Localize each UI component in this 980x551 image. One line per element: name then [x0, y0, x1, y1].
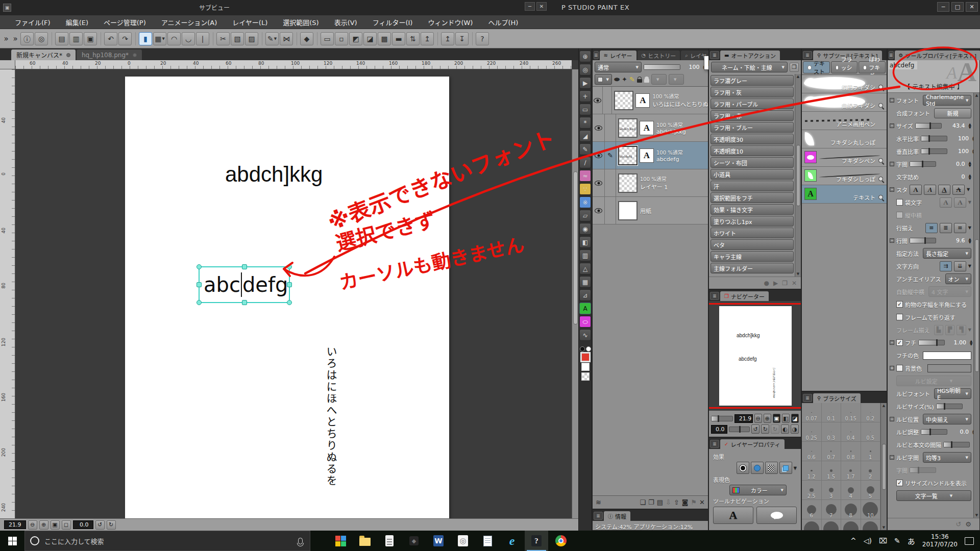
layer-visibility-cell[interactable]	[593, 114, 605, 141]
subtool-曲線フキダシ[interactable]: 曲線フキダシ	[802, 93, 887, 112]
ime-mode-indicator[interactable]: あ	[908, 536, 915, 546]
apply-mask-icon[interactable]: ⚑	[691, 498, 697, 506]
register-material-icon[interactable]: ↥	[421, 32, 434, 45]
opacity-slider[interactable]	[644, 64, 680, 70]
auto-action-ラフ用・ブルー[interactable]: ラフ用・ブルー	[710, 122, 794, 133]
brush-size-scrollbar[interactable]: ▲▼	[880, 403, 887, 530]
copy-icon[interactable]: ▧	[231, 32, 244, 45]
auto-action-ラフ用・赤[interactable]: ラフ用・赤	[710, 110, 794, 121]
menu-item-4[interactable]: レイヤー(L)	[225, 15, 275, 29]
panel-menu-icon[interactable]: ≣	[594, 512, 603, 520]
draft-layer-icon[interactable]: ✎	[629, 76, 635, 83]
expander-icon[interactable]: −	[890, 98, 894, 103]
auto-select-tool[interactable]: *	[579, 117, 591, 129]
brush-size-1[interactable]: 1	[861, 442, 881, 461]
pen-tool[interactable]: ✎	[579, 143, 591, 155]
auto-action-ラフ濃グレー[interactable]: ラフ濃グレー	[710, 75, 794, 86]
ruler-tool[interactable]: ⊿	[579, 289, 591, 301]
panel-menu-icon[interactable]: ≣	[710, 440, 719, 448]
navigator-rotate-slider[interactable]	[729, 427, 750, 432]
flip-horizontal-button[interactable]: ◐	[781, 424, 789, 434]
align-button-1[interactable]: ⇊	[954, 261, 966, 271]
expand-palette-2-icon[interactable]: »	[11, 32, 19, 45]
menu-item-9[interactable]: ヘルプ(H)	[480, 15, 526, 29]
new-canvas-icon[interactable]: ▤	[55, 32, 68, 45]
dropdown-arrow-icon[interactable]: ▼	[968, 226, 971, 230]
tp-dropdown-font[interactable]: Charlemagne Std▼	[923, 95, 971, 106]
subtool-group-テキスト[interactable]: テキスト	[803, 61, 830, 73]
handle-bottom-center[interactable]	[242, 300, 247, 305]
brush-size-0.5[interactable]: 0.5	[861, 422, 881, 442]
brush-size-3[interactable]: 3	[822, 481, 842, 500]
nav-fit-button[interactable]: ▣	[773, 414, 780, 423]
rotate-left-button[interactable]: ↺	[95, 520, 105, 530]
close-tab-icon[interactable]	[133, 53, 137, 57]
brush-size-0.2[interactable]: 0.2	[861, 403, 881, 422]
zoom-out-button[interactable]: ⊖	[28, 520, 37, 530]
halftone-effect-button[interactable]	[765, 462, 778, 474]
lock-layer-icon[interactable]	[637, 79, 642, 83]
tab-brush-size[interactable]: ⚲ブラシサイズ	[813, 393, 861, 403]
pen-settings-icon[interactable]: ✎	[894, 537, 900, 545]
opacity-value[interactable]: 100	[682, 64, 700, 70]
snap-vanishing-point-icon[interactable]: ∣	[196, 32, 209, 45]
spinner-icon[interactable]: ▲▼	[970, 340, 972, 346]
menu-item-8[interactable]: ウィンドウ(W)	[420, 15, 480, 29]
delete-action-icon[interactable]: ✕	[792, 280, 797, 287]
brush-tool[interactable]: ≈	[579, 170, 591, 182]
taskbar-app-photos-app[interactable]: ◆	[402, 531, 426, 551]
tp-value-vertical-ratio[interactable]: 100	[951, 148, 969, 155]
taskbar-app-internet-explorer[interactable]: e	[500, 531, 524, 551]
taskbar-app-notepad[interactable]	[476, 531, 499, 551]
panel-menu-icon[interactable]: ≣	[710, 51, 719, 59]
rotate-left-button[interactable]: ↺	[751, 424, 760, 434]
canvas-tab-1[interactable]: hq_hp108.png*	[77, 49, 142, 60]
taskbar-app-chrome[interactable]	[549, 531, 573, 551]
align-button-0[interactable]: ≡	[925, 223, 938, 233]
editing-text[interactable]: abcdefg	[204, 272, 288, 297]
canvas-page[interactable]: abdch]kkg abcdefg いろはにほへとちりぬるを	[125, 77, 449, 518]
brush-size-2.5[interactable]: 2.5	[802, 481, 822, 500]
layer-row-用紙[interactable]: ▤用紙	[593, 197, 708, 224]
navigator-preview[interactable]: abdch]kkg abcdefg いろはにほへとちりぬるを	[709, 301, 801, 411]
tp-slider-vertical-ratio[interactable]	[921, 148, 947, 154]
auto-action-不透明度10[interactable]: 不透明度10	[710, 145, 794, 156]
subtool-フキダシ丸しっぽ[interactable]: フキダシ丸しっぽ	[802, 130, 887, 148]
tp-value-horizontal-ratio[interactable]: 100	[951, 135, 969, 142]
tp-button-mixed-font[interactable]: 新規	[934, 108, 971, 118]
taskbar-app-calculator[interactable]	[378, 531, 401, 551]
rotate-right-button[interactable]: ↻	[107, 520, 116, 530]
nav-zoom-in-button[interactable]: ⊕	[764, 414, 771, 423]
tp-dropdown-auto-tatechuyoko[interactable]: 4 文字▼	[928, 286, 971, 297]
minimize-button[interactable]: ─	[937, 2, 949, 12]
tp-slider-letter-spacing[interactable]	[910, 161, 936, 167]
fit-to-screen-button[interactable]: ▣	[51, 520, 60, 530]
tp-dropdown-ruby-font[interactable]: HGS明朝E▼	[934, 388, 971, 399]
layer-row-abcdefg[interactable]: ✎abcdefgA100 %通常abcdefg	[593, 142, 708, 169]
eyedropper-tool[interactable]: ◢	[579, 130, 591, 142]
panel-menu-icon[interactable]: ≣	[803, 51, 812, 59]
frame-border-tool[interactable]: ▦	[579, 276, 591, 288]
handle-top-right[interactable]	[287, 264, 292, 269]
auto-action-ラフ用・灰[interactable]: ラフ用・灰	[710, 87, 794, 97]
network-icon[interactable]: ⌧	[879, 537, 887, 545]
scrollbar-thumb[interactable]	[573, 171, 578, 324]
sub-color-swatch[interactable]	[581, 363, 590, 371]
rotate-right-button[interactable]: ↻	[761, 424, 769, 434]
expand-palette-icon[interactable]: »	[2, 32, 10, 45]
magnifier-icon[interactable]	[878, 177, 885, 183]
auto-action-汗[interactable]: 汗	[710, 181, 794, 191]
magnifier-icon[interactable]	[878, 103, 885, 109]
actual-size-button[interactable]: ◻	[62, 520, 71, 530]
auto-action-小道具[interactable]: 小道具	[710, 169, 794, 180]
style-dropdown-arrow[interactable]: ▼	[967, 187, 970, 192]
outline-style-button-1[interactable]: A	[954, 197, 966, 208]
tp-slider-ruby-text-gap[interactable]	[943, 442, 970, 447]
auto-action-シーツ・布団[interactable]: シーツ・布団	[710, 157, 794, 168]
spinner-icon[interactable]: ▲▼	[969, 238, 971, 244]
auto-action-scrollbar[interactable]: ▲▼	[795, 74, 801, 277]
create-mask-icon[interactable]: ◙	[682, 498, 689, 506]
taskbar-app-word[interactable]: W	[427, 531, 450, 551]
close-tab-icon[interactable]	[66, 53, 70, 57]
handle-bottom-left[interactable]	[197, 300, 202, 305]
